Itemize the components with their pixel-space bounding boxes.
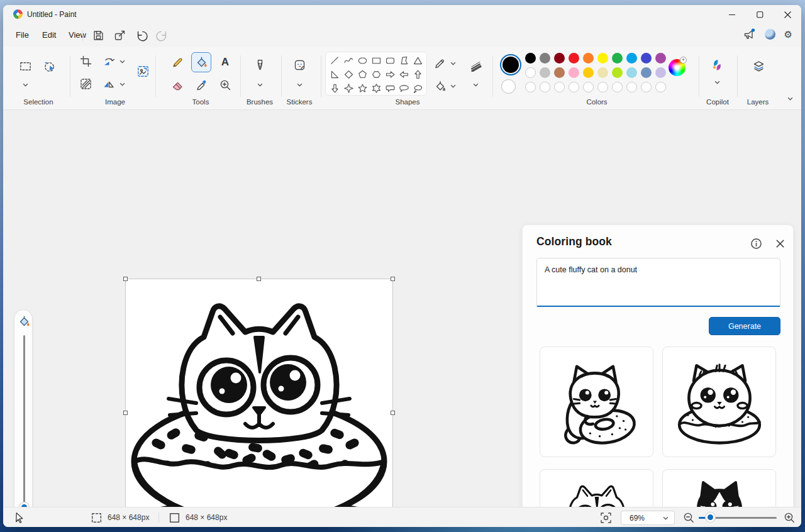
shape-lightning[interactable] [341,95,355,96]
shape-rectangle[interactable] [369,53,383,67]
fit-to-screen-button[interactable] [599,507,613,527]
palette-empty-slot[interactable] [626,82,637,92]
palette-color[interactable] [612,53,623,64]
palette-empty-slot[interactable] [569,82,579,92]
smart-select-tool[interactable] [40,57,58,75]
zoom-out-button[interactable] [682,507,696,527]
shape-line[interactable] [328,53,341,67]
palette-color[interactable] [540,53,550,64]
palette-color[interactable] [655,67,666,78]
selection-handle-w[interactable] [123,411,128,415]
shape-diamond[interactable] [341,67,355,81]
share-icon[interactable] [111,28,128,43]
palette-color[interactable] [641,67,652,78]
stickers-dropdown-chevron-icon[interactable] [295,82,304,88]
account-avatar[interactable] [765,29,775,40]
palette-empty-slot[interactable] [525,82,536,92]
shape-star-5[interactable] [355,81,369,95]
zoom-slider-thumb[interactable] [706,513,715,522]
canvas-selection[interactable] [126,279,392,527]
magnifier-tool[interactable] [216,75,235,94]
close-button[interactable] [774,5,801,24]
palette-color[interactable] [655,53,666,64]
prompt-input[interactable]: A cute fluffy cat on a donut [537,258,780,306]
shape-callout-cloud[interactable] [411,81,425,95]
result-thumbnail-2[interactable] [662,346,776,457]
stroke-size-button[interactable] [466,55,485,74]
shape-arrow-down[interactable] [328,81,341,95]
pencil-tool[interactable] [168,53,187,72]
rotate-dropdown-chevron-icon[interactable] [118,58,126,65]
panel-close-icon[interactable] [773,236,787,250]
rectangle-select-tool[interactable] [16,57,35,75]
save-icon[interactable] [90,28,106,43]
menu-file[interactable]: File [12,29,33,41]
shape-arrow-left[interactable] [397,67,411,81]
shape-triangle[interactable] [411,53,425,67]
palette-empty-slot[interactable] [554,82,565,92]
shape-hexagon[interactable] [369,67,383,81]
selection-handle-e[interactable] [391,411,395,415]
palette-empty-slot[interactable] [540,82,550,92]
shape-fill-chevron-icon[interactable] [448,83,457,89]
palette-color[interactable] [612,67,623,78]
palette-color[interactable] [554,53,565,64]
copilot-button[interactable] [708,55,726,74]
palette-color[interactable] [540,67,550,78]
shape-ellipse[interactable] [355,53,369,67]
flip-tool[interactable] [99,74,118,93]
shape-pentagon[interactable] [355,67,369,81]
palette-color[interactable] [626,53,637,64]
palette-color[interactable] [583,53,594,64]
palette-color[interactable] [597,53,608,64]
flip-dropdown-chevron-icon[interactable] [118,81,126,87]
shape-arrow-right[interactable] [383,67,397,81]
selection-handle-n[interactable] [257,277,261,281]
slider-track[interactable] [23,335,25,504]
redo-icon[interactable] [153,28,170,43]
settings-gear-icon[interactable]: ⚙ [784,30,792,39]
zoom-in-button[interactable] [783,507,796,527]
primary-color-swatch[interactable] [502,57,519,73]
text-tool[interactable]: A [216,53,235,72]
remove-background-tool[interactable] [76,74,95,93]
selection-dropdown-chevron-icon[interactable] [21,82,30,88]
shape-arrow-up[interactable] [411,67,425,81]
shape-callout-oval[interactable] [397,81,411,95]
palette-empty-slot[interactable] [612,82,623,92]
palette-color[interactable] [554,67,565,78]
shape-outline-button[interactable] [432,54,447,73]
shape-rounded-rectangle[interactable] [383,53,397,67]
undo-icon[interactable] [133,28,150,43]
shape-outline-chevron-icon[interactable] [448,60,457,67]
shape-heart[interactable] [328,95,341,96]
crop-tool[interactable] [76,52,95,70]
eyedropper-tool[interactable] [192,75,211,94]
eraser-tool[interactable] [168,75,187,94]
fill-opacity-slider[interactable] [14,309,33,522]
shape-star-6[interactable] [369,81,383,95]
palette-color[interactable] [597,67,608,78]
selection-handle-ne[interactable] [391,277,395,281]
stroke-size-chevron-icon[interactable] [471,82,480,88]
brushes-dropdown-chevron-icon[interactable] [255,82,264,88]
rotate-tool[interactable] [99,52,118,70]
brushes-button[interactable] [250,55,269,74]
shape-star-4[interactable] [341,81,355,95]
info-icon[interactable] [749,236,763,250]
palette-color[interactable] [583,67,594,78]
feedback-megaphone-icon[interactable] [743,28,756,41]
palette-color[interactable] [641,53,652,64]
shape-callout-rounded[interactable] [383,81,397,95]
ribbon-collapse-chevron-icon[interactable] [786,96,794,102]
palette-color[interactable] [569,53,579,64]
shape-polygon[interactable] [397,53,411,67]
maximize-button[interactable] [746,5,774,24]
layers-button[interactable] [749,57,768,75]
minimize-button[interactable] [718,5,746,24]
secondary-color-swatch[interactable] [501,79,516,94]
result-thumbnail-1[interactable] [540,346,653,457]
palette-color[interactable] [569,67,579,78]
palette-color[interactable] [626,67,637,78]
palette-color[interactable] [525,67,536,78]
